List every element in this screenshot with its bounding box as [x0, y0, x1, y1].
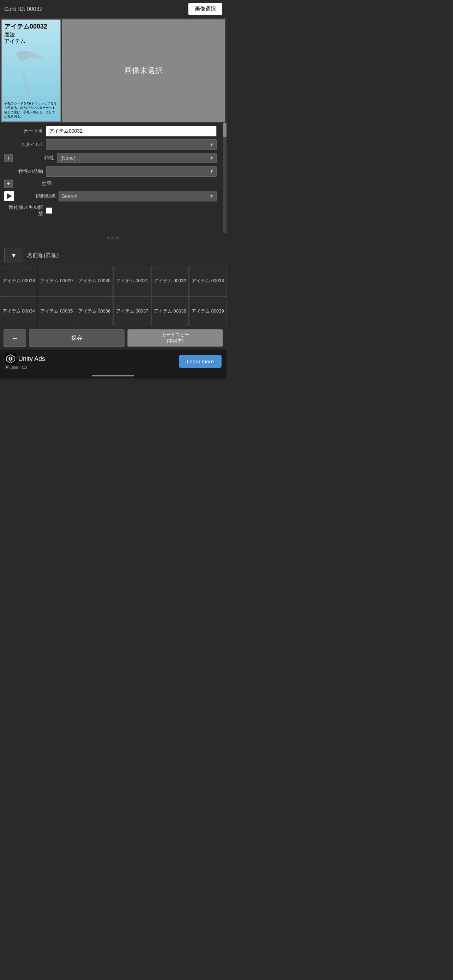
card-id-label: Card ID: 00032	[4, 6, 43, 12]
grid-item[interactable]: アイテム 00036	[75, 296, 113, 326]
card-grid: アイテム 00028アイテム 00029アイテム 00030アイテム 00031…	[0, 266, 227, 326]
trait-trigger-label: 特性の発動	[4, 168, 43, 175]
trait-label: 特性	[16, 155, 54, 161]
unity-logo: U Unity Ads	[5, 353, 45, 364]
card-preview-area: アイテム00032 魔法 アイテム 手札のカードを2枚トラッシュするなら使える。…	[0, 18, 227, 123]
pre-evolution-checkbox[interactable]	[46, 207, 52, 214]
trait-trigger-select[interactable]	[46, 166, 217, 177]
card-type1: 魔法	[4, 32, 58, 38]
card-copy-button[interactable]: カードコピー(準備中)	[127, 329, 223, 347]
sort-label: 名前順(昇順)	[27, 252, 59, 259]
header: Card ID: 00032 画像選択	[0, 0, 227, 18]
grid-item[interactable]: アイテム 00037	[113, 296, 151, 326]
sort-bar: ▼ 名前順(昇順)	[0, 245, 227, 266]
grid-item[interactable]: アイテム 00028	[0, 266, 37, 296]
card-left-preview: アイテム00032 魔法 アイテム 手札のカードを2枚トラッシュするなら使える。…	[2, 19, 61, 122]
trait-trigger-row: 特性の発動 ▼	[4, 166, 222, 177]
pre-evolution-label: 進化前スキル解放	[4, 204, 43, 217]
card-name-row: カード名	[4, 126, 222, 137]
grid-item[interactable]: アイテム 00031	[113, 266, 151, 296]
svg-text:U: U	[6, 366, 8, 368]
card-name-input[interactable]	[46, 126, 217, 137]
home-indicator	[0, 373, 227, 379]
svg-text:U: U	[9, 356, 12, 361]
grid-item[interactable]: アイテム 00035	[38, 296, 75, 326]
pre-evolution-checkbox-area	[46, 207, 52, 214]
grid-item[interactable]: アイテム 00032	[151, 266, 189, 296]
learn-more-button[interactable]: Learn more	[179, 355, 222, 368]
form-area: カード名 スタイル1 ▼ + 特性 (None) ▼ 特性の発動 ▼	[0, 123, 227, 233]
grid-item[interactable]: アイテム 00029	[38, 266, 75, 296]
card-type2: アイテム	[4, 38, 58, 45]
trait-trigger-select-wrapper: ▼	[46, 166, 217, 177]
style1-row: スタイル1 ▼	[4, 139, 222, 150]
style1-select-wrapper: ▼	[46, 139, 217, 150]
effect1-row: + 効果1	[4, 180, 222, 188]
home-bar	[92, 375, 134, 376]
style1-label: スタイル1	[4, 142, 43, 148]
card-right-no-image: 画像未選択	[62, 19, 225, 122]
ad-logo-area: U Unity Ads U Unity · Ads	[5, 353, 45, 369]
add-effect-button[interactable]: +	[4, 180, 13, 188]
card-image-area	[4, 46, 58, 100]
active-effect-select[interactable]: Search	[59, 191, 217, 201]
active-effect-label: 能動効果	[17, 193, 56, 199]
pre-evolution-row: 進化前スキル解放	[4, 204, 222, 217]
unity-small-label: U Unity · Ads	[5, 365, 27, 369]
card-name-label: カード名	[4, 128, 43, 134]
back-button[interactable]: ←	[3, 329, 26, 347]
scrollbar[interactable]	[223, 123, 227, 233]
unity-sub-label: Unity · Ads	[11, 366, 27, 369]
add-trait-button[interactable]: +	[4, 154, 13, 162]
unity-ads-label: Unity Ads	[18, 355, 45, 363]
trait-select-wrapper: (None) ▼	[57, 153, 217, 163]
grid-item[interactable]: アイテム 00034	[0, 296, 37, 326]
svg-rect-0	[21, 71, 30, 94]
trait-select[interactable]: (None)	[57, 153, 217, 163]
image-select-button[interactable]: 画像選択	[188, 3, 222, 15]
sort-direction-button[interactable]: ▼	[4, 248, 23, 263]
grid-item[interactable]: アイテム 00033	[189, 266, 227, 296]
unity-small-icon: U	[5, 365, 9, 369]
trait-row: + 特性 (None) ▼	[4, 153, 222, 163]
bottom-bar: ← 保存 カードコピー(準備中)	[0, 326, 227, 350]
grid-item[interactable]: アイテム 00039	[189, 296, 227, 326]
grid-item[interactable]: アイテム 00030	[75, 266, 113, 296]
pickaxe-icon	[13, 50, 49, 96]
card-title: アイテム00032	[4, 22, 58, 31]
save-button[interactable]: 保存	[29, 329, 124, 347]
active-effect-select-wrapper: Search ▼	[59, 191, 217, 201]
no-image-label: 画像未選択	[124, 65, 163, 76]
scrollbar-thumb[interactable]	[223, 123, 227, 137]
grid-item[interactable]: アイテム 00038	[151, 296, 189, 326]
play-button[interactable]	[4, 191, 14, 201]
effect1-label: 効果1	[16, 181, 54, 187]
play-icon	[7, 193, 12, 199]
style1-select[interactable]	[46, 139, 217, 150]
card-description: 手札のカードを2枚トラッシュするなら使える。山札のモンスターから１枚まで選び、手…	[4, 101, 58, 119]
drag-handle[interactable]: ≡≡≡	[0, 233, 227, 245]
ad-banner: U Unity Ads U Unity · Ads Learn more	[0, 350, 227, 373]
active-effect-row: 能動効果 Search ▼	[4, 191, 222, 201]
unity-brand-icon: U	[5, 353, 16, 364]
